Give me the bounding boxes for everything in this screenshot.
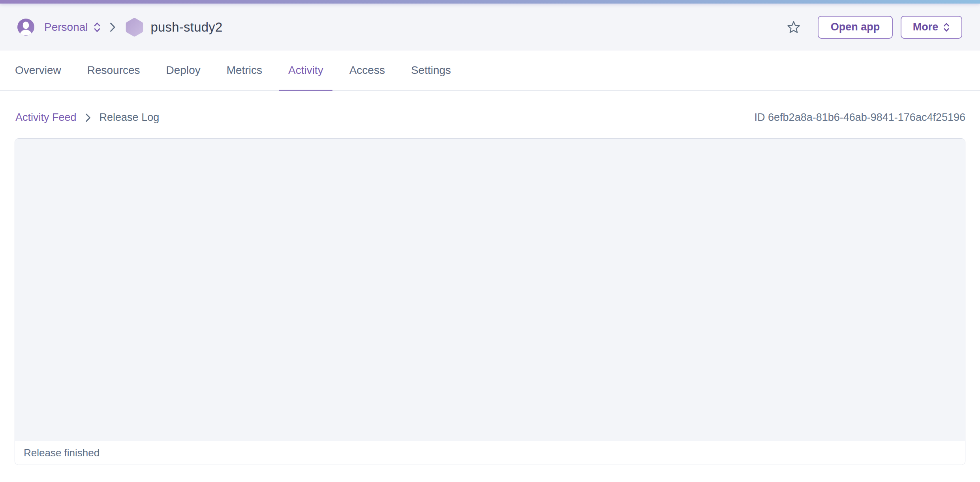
more-button-label: More xyxy=(913,21,939,33)
gradient-topbar xyxy=(0,0,980,4)
workspace-name: Personal xyxy=(44,21,88,34)
release-id: ID 6efb2a8a-81b6-46ab-9841-176ac4f25196 xyxy=(755,111,965,124)
app-root: Personal push-study2 xyxy=(0,0,980,465)
chevron-right-icon xyxy=(110,22,116,32)
tab-overview[interactable]: Overview xyxy=(6,51,70,90)
tab-resources[interactable]: Resources xyxy=(78,51,149,90)
more-button[interactable]: More xyxy=(901,16,962,39)
breadcrumb: Activity Feed Release Log ID 6efb2a8a-81… xyxy=(15,111,965,124)
main-content: Activity Feed Release Log ID 6efb2a8a-81… xyxy=(0,111,980,465)
unfold-chevrons-icon xyxy=(943,22,950,33)
project-title: push-study2 xyxy=(151,20,223,35)
star-icon xyxy=(787,21,800,34)
log-status-bar: Release finished xyxy=(15,441,965,465)
favorite-star-button[interactable] xyxy=(785,19,802,36)
tab-metrics[interactable]: Metrics xyxy=(218,51,271,90)
tab-settings[interactable]: Settings xyxy=(402,51,460,90)
breadcrumb-activity-feed[interactable]: Activity Feed xyxy=(15,111,77,124)
tab-deploy[interactable]: Deploy xyxy=(157,51,210,90)
hexagon-icon xyxy=(124,17,145,38)
tab-bar: Overview Resources Deploy Metrics Activi… xyxy=(0,51,980,91)
chevron-right-icon xyxy=(85,113,91,122)
tab-access[interactable]: Access xyxy=(340,51,394,90)
workspace-switcher[interactable]: Personal xyxy=(44,21,101,34)
open-app-button[interactable]: Open app xyxy=(818,16,893,39)
user-circle-icon xyxy=(17,19,34,36)
unfold-chevrons-icon xyxy=(93,21,101,33)
avatar[interactable] xyxy=(17,19,34,36)
log-status-text: Release finished xyxy=(24,447,100,459)
release-log-panel: Release finished xyxy=(15,138,965,465)
log-output-area[interactable] xyxy=(15,139,965,441)
app-header: Personal push-study2 xyxy=(0,4,980,51)
tab-activity[interactable]: Activity xyxy=(279,51,332,90)
breadcrumb-release-log: Release Log xyxy=(100,111,160,124)
